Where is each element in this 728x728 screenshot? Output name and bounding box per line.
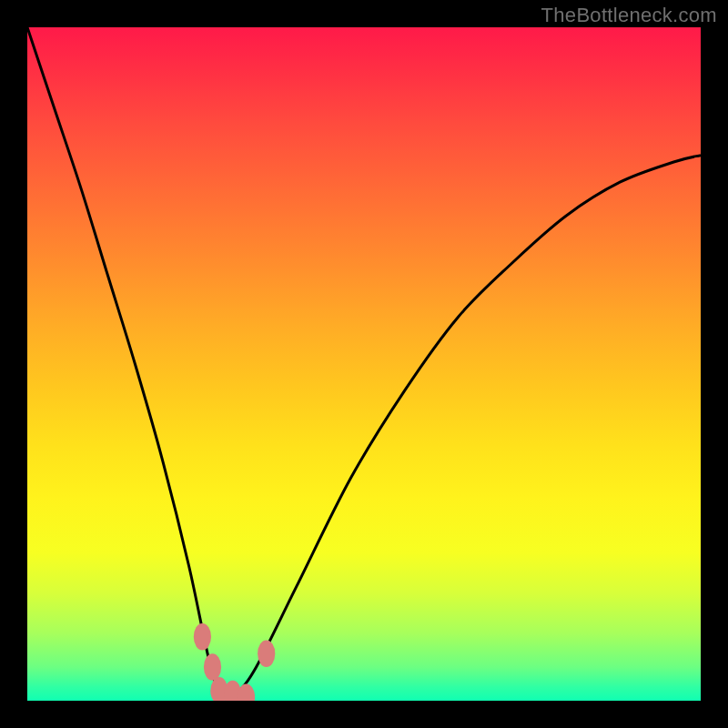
bottleneck-curve xyxy=(27,27,701,701)
valley-marker-mid-high xyxy=(204,653,221,681)
watermark-text: TheBottleneck.com xyxy=(541,4,717,27)
plot-area xyxy=(27,27,701,701)
valley-marker-right xyxy=(258,640,275,667)
valley-marker-left xyxy=(194,623,211,651)
valley-markers xyxy=(194,623,276,701)
valley-marker-low3 xyxy=(238,684,255,702)
curve-layer xyxy=(27,27,701,701)
chart-stage: TheBottleneck.com xyxy=(0,0,728,728)
